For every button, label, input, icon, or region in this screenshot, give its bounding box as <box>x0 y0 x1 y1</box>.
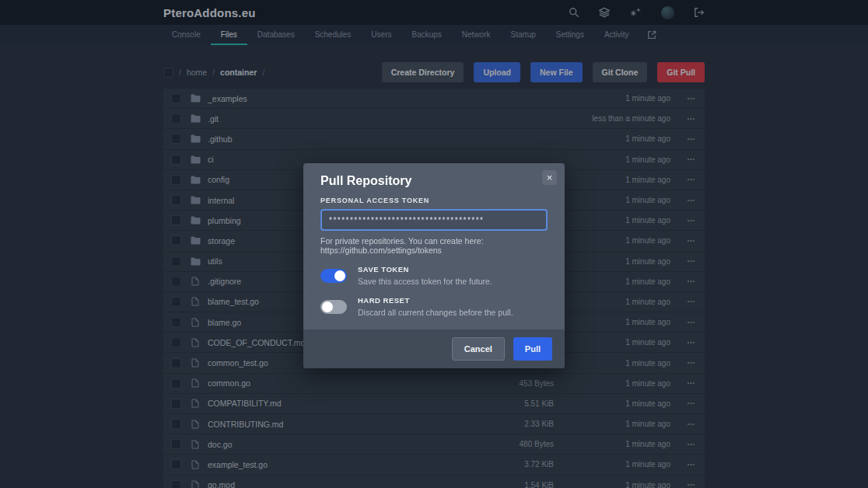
personal-access-token-input[interactable] <box>320 209 548 231</box>
hard-reset-toggle[interactable] <box>320 300 347 314</box>
save-token-toggle[interactable] <box>320 269 347 283</box>
modal-title: Pull Repository <box>320 174 548 188</box>
save-token-row: SAVE TOKEN Save this access token for th… <box>320 265 548 286</box>
hard-reset-row: HARD RESET Discard all current changes b… <box>320 296 548 317</box>
hard-reset-label: HARD RESET <box>358 296 513 305</box>
close-icon[interactable]: × <box>542 170 557 185</box>
token-field-label: PERSONAL ACCESS TOKEN <box>320 197 548 204</box>
cancel-button[interactable]: Cancel <box>452 337 505 361</box>
save-token-label: SAVE TOKEN <box>358 265 492 274</box>
hard-reset-description: Discard all current changes before the p… <box>358 308 513 317</box>
save-token-description: Save this access token for the future. <box>358 277 492 286</box>
token-helper-text: For private repositories. You can create… <box>320 236 548 255</box>
pull-button[interactable]: Pull <box>513 337 552 361</box>
pull-repository-modal: × Pull Repository PERSONAL ACCESS TOKEN … <box>303 163 565 368</box>
modal-footer: Cancel Pull <box>303 329 565 368</box>
